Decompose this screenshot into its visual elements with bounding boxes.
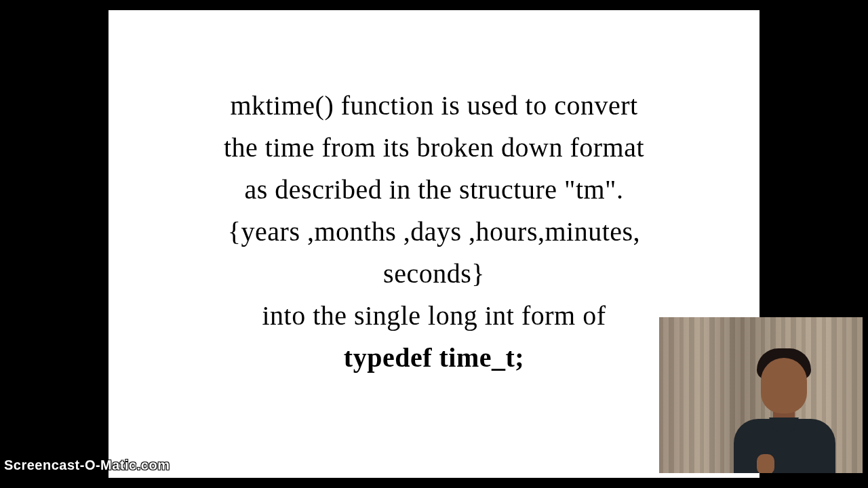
webcam-overlay: [659, 317, 863, 473]
slide-line-4: {years ,months ,days ,hours,minutes,: [136, 211, 732, 253]
slide-line-6: into the single long int form of: [136, 295, 732, 337]
slide-line-3: as described in the structure "tm".: [136, 169, 732, 211]
slide-line-7: typedef time_t;: [136, 337, 732, 379]
presenter-figure: [720, 331, 842, 473]
slide-line-1: mktime() function is used to convert: [136, 85, 732, 127]
slide-line-5: seconds}: [136, 253, 732, 295]
watermark-text: Screencast-O-Matic.com: [4, 458, 170, 473]
slide-line-2: the time from its broken down format: [136, 127, 732, 169]
